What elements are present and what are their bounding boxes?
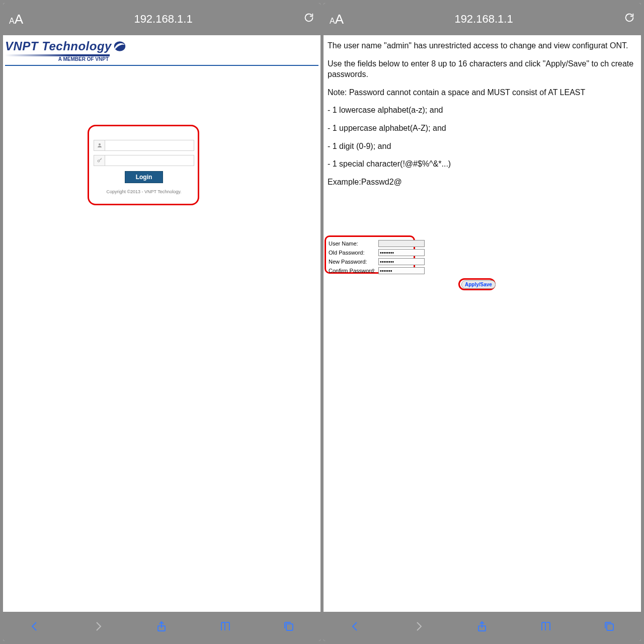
copyright-text: Copyright ©2013 - VNPT Technology.	[94, 189, 194, 194]
reload-icon[interactable]	[624, 12, 635, 26]
bookmarks-icon[interactable]	[218, 619, 232, 633]
input-oldpassword[interactable]	[378, 249, 425, 256]
input-newpassword[interactable]	[378, 258, 425, 265]
svg-rect-4	[286, 624, 293, 630]
back-icon[interactable]	[348, 619, 362, 633]
label-confirmpassword: Confirm Password:	[328, 267, 376, 275]
svg-point-2	[98, 160, 100, 162]
pwd-bullet-4: - 1 special character(!@#$%^&*...)	[328, 158, 637, 170]
key-icon	[94, 155, 105, 166]
input-username[interactable]	[378, 240, 425, 247]
password-input[interactable]	[105, 155, 194, 166]
text-size-button[interactable]: AA	[9, 12, 23, 27]
pwd-paragraph-1: The user name "admin" has unrestricted a…	[328, 40, 637, 51]
svg-point-1	[99, 143, 101, 145]
reload-icon[interactable]	[303, 12, 314, 26]
password-row	[94, 155, 194, 166]
brand-name: VNPT Technology	[5, 39, 112, 53]
password-form: User Name: Old Password: New Password: C…	[327, 238, 427, 276]
url-text[interactable]: 192.168.1.1	[134, 13, 192, 26]
brand-logo: VNPT Technology	[5, 39, 318, 53]
pwd-bullet-3: - 1 digit (0-9); and	[328, 141, 637, 152]
pwd-example: Example:Passwd2@	[328, 177, 637, 188]
pwd-bullet-1: - 1 lowercase alphabet(a-z); and	[328, 105, 637, 116]
url-text[interactable]: 192.168.1.1	[454, 13, 513, 26]
label-username: User Name:	[328, 239, 376, 248]
share-icon[interactable]	[154, 619, 169, 633]
browser-toolbar	[324, 612, 641, 641]
input-confirmpassword[interactable]	[378, 267, 425, 274]
user-icon	[94, 140, 105, 150]
brand-swirl-icon	[113, 39, 127, 53]
login-form: Login Copyright ©2013 - VNPT Technology.	[94, 140, 194, 194]
bookmarks-icon[interactable]	[539, 619, 553, 633]
back-icon[interactable]	[28, 619, 42, 633]
page-content-login: VNPT Technology A MEMBER OF VNPT	[3, 35, 320, 612]
page-content-password: The user name "admin" has unrestricted a…	[324, 35, 641, 612]
right-screenshot: AA 192.168.1.1 The user name "admin" has…	[324, 3, 641, 641]
tabs-icon[interactable]	[282, 619, 296, 633]
browser-toolbar	[3, 612, 320, 641]
brand-subtitle: A MEMBER OF VNPT	[5, 56, 110, 62]
text-size-button[interactable]: AA	[330, 12, 344, 27]
forward-icon[interactable]	[412, 619, 426, 633]
pwd-paragraph-3: Note: Password cannot contain a space an…	[328, 87, 637, 98]
svg-rect-6	[607, 624, 613, 630]
apply-save-button[interactable]: Apply/Save	[461, 280, 496, 289]
label-oldpassword: Old Password:	[328, 249, 376, 257]
pwd-paragraph-2: Use the fields below to enter 8 up to 16…	[328, 58, 637, 80]
address-bar: AA 192.168.1.1	[324, 3, 641, 35]
username-input[interactable]	[105, 140, 194, 150]
label-newpassword: New Password:	[328, 258, 376, 266]
left-screenshot: AA 192.168.1.1 VNPT Technology A MEMBER …	[3, 3, 320, 641]
login-button[interactable]: Login	[125, 171, 163, 183]
forward-icon[interactable]	[91, 619, 105, 633]
username-row	[94, 140, 194, 151]
share-icon[interactable]	[475, 619, 489, 633]
tabs-icon[interactable]	[602, 619, 616, 633]
address-bar: AA 192.168.1.1	[3, 3, 320, 35]
pwd-bullet-2: - 1 uppercase alphabet(A-Z); and	[328, 123, 637, 134]
